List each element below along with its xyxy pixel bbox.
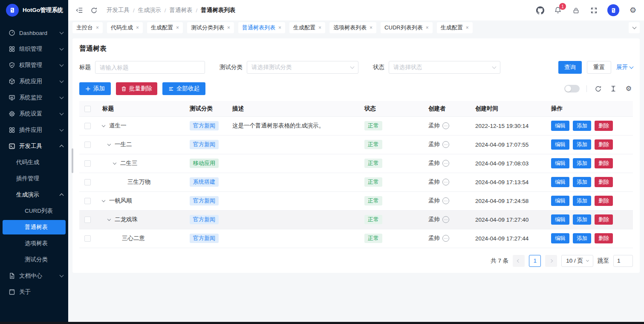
edit-button[interactable]: 编辑 xyxy=(551,196,569,206)
tab-chip[interactable]: 测试分类列表× xyxy=(187,22,234,33)
sidebar-item-settings[interactable]: 系统设置 xyxy=(0,106,68,122)
close-icon[interactable]: × xyxy=(426,25,429,31)
status-filter-select[interactable]: 请选择状态 xyxy=(389,61,500,74)
tab-chip[interactable]: 选项树表列表× xyxy=(329,22,376,33)
sidebar-item-dev-tools[interactable]: 开发工具 xyxy=(0,138,68,154)
sidebar-item-option-tree[interactable]: 选项树表 xyxy=(0,235,68,252)
batch-delete-button[interactable]: 批量删除 xyxy=(116,82,157,95)
delete-button[interactable]: 删除 xyxy=(595,121,613,131)
row-checkbox[interactable] xyxy=(84,198,91,204)
close-icon[interactable]: × xyxy=(227,25,230,31)
creator-more-icon[interactable]: ⋯ xyxy=(442,160,449,167)
page-number-button[interactable]: 1 xyxy=(529,255,541,267)
sidebar-item-about[interactable]: 关于 xyxy=(0,284,68,300)
delete-button[interactable]: 删除 xyxy=(595,177,613,187)
add-child-button[interactable]: 添加 xyxy=(573,177,591,187)
add-child-button[interactable]: 添加 xyxy=(573,139,591,150)
creator-more-icon[interactable]: ⋯ xyxy=(442,141,449,148)
row-checkbox[interactable] xyxy=(84,179,91,185)
close-icon[interactable]: × xyxy=(96,25,99,31)
tree-expand-icon[interactable] xyxy=(102,200,109,202)
sidebar-item-normal-tree[interactable]: 普通树表 xyxy=(3,220,66,234)
lock-icon[interactable] xyxy=(572,6,580,14)
delete-button[interactable]: 删除 xyxy=(595,139,613,150)
next-page-button[interactable] xyxy=(545,255,557,267)
tab-chip[interactable]: 生成配置× xyxy=(289,22,325,33)
creator-more-icon[interactable]: ⋯ xyxy=(442,179,449,185)
close-icon[interactable]: × xyxy=(466,25,469,31)
add-child-button[interactable]: 添加 xyxy=(573,214,591,225)
title-filter-input[interactable] xyxy=(100,64,200,71)
tab-chip[interactable]: 主控台× xyxy=(72,22,103,33)
sidebar-item-system-app[interactable]: 系统应用 xyxy=(0,73,68,90)
edit-button[interactable]: 编辑 xyxy=(551,121,569,131)
row-checkbox[interactable] xyxy=(84,142,91,148)
sidebar-item-org[interactable]: 组织管理 xyxy=(0,41,68,57)
add-child-button[interactable]: 添加 xyxy=(573,158,591,168)
reset-button[interactable]: 重置 xyxy=(587,61,611,74)
close-icon[interactable]: × xyxy=(278,25,281,31)
sidebar-item-doc-center[interactable]: 文档中心 xyxy=(0,268,68,284)
edit-button[interactable]: 编辑 xyxy=(551,139,569,150)
creator-more-icon[interactable]: ⋯ xyxy=(442,122,449,129)
close-icon[interactable]: × xyxy=(136,25,139,31)
table-refresh-icon[interactable] xyxy=(594,84,602,93)
delete-button[interactable]: 删除 xyxy=(595,196,613,206)
add-child-button[interactable]: 添加 xyxy=(573,121,591,131)
creator-more-icon[interactable]: ⋯ xyxy=(442,216,449,223)
sidebar-item-permission[interactable]: 权限管理 xyxy=(0,57,68,73)
category-filter-select[interactable]: 请选择测试分类 xyxy=(247,61,358,74)
tab-chip[interactable]: 生成配置× xyxy=(147,22,183,33)
collapse-sidebar-icon[interactable] xyxy=(75,6,84,14)
sidebar-item-curd-list[interactable]: CURD列表 xyxy=(0,203,68,219)
breadcrumb-item[interactable]: 生成演示 xyxy=(138,6,161,14)
sidebar-item-test-category[interactable]: 测试分类 xyxy=(0,252,68,268)
github-icon[interactable] xyxy=(536,6,544,14)
edit-button[interactable]: 编辑 xyxy=(551,177,569,187)
striped-toggle[interactable] xyxy=(564,85,580,93)
creator-more-icon[interactable]: ⋯ xyxy=(442,235,449,242)
settings-gear-icon[interactable]: ⚙ xyxy=(629,6,637,14)
scrollbar-thumb[interactable] xyxy=(72,148,73,173)
close-icon[interactable]: × xyxy=(318,25,321,31)
tab-chip[interactable]: 代码生成× xyxy=(107,22,143,33)
sidebar-item-plugin-manage[interactable]: 插件管理 xyxy=(0,171,68,187)
breadcrumb-item[interactable]: 普通树表 xyxy=(170,6,193,14)
row-height-icon[interactable] xyxy=(609,84,618,93)
prev-page-button[interactable] xyxy=(513,255,525,267)
sidebar-item-dashboard[interactable]: Dashboard xyxy=(0,25,68,41)
edit-button[interactable]: 编辑 xyxy=(551,158,569,168)
collapse-all-button[interactable]: 全部收起 xyxy=(162,82,205,95)
sidebar-item-code-gen[interactable]: 代码生成 xyxy=(0,154,68,171)
delete-button[interactable]: 删除 xyxy=(595,233,613,243)
tabs-dropdown-button[interactable] xyxy=(629,22,640,33)
breadcrumb-item[interactable]: 开发工具 xyxy=(107,6,130,14)
jump-to-input[interactable] xyxy=(613,255,633,267)
delete-button[interactable]: 删除 xyxy=(595,214,613,225)
add-child-button[interactable]: 添加 xyxy=(573,233,591,243)
close-icon[interactable]: × xyxy=(370,25,373,31)
tab-chip-active[interactable]: 普通树表列表× xyxy=(238,22,285,33)
select-all-checkbox[interactable] xyxy=(84,106,91,112)
row-checkbox[interactable] xyxy=(84,217,91,223)
expand-toggle[interactable]: 展开 xyxy=(616,64,633,71)
edit-button[interactable]: 编辑 xyxy=(551,214,569,225)
tab-chip[interactable]: CUDR列表列表× xyxy=(381,22,433,33)
delete-button[interactable]: 删除 xyxy=(595,158,613,168)
tree-expand-icon[interactable] xyxy=(113,163,120,164)
close-icon[interactable]: × xyxy=(176,25,179,31)
search-button[interactable]: 查询 xyxy=(558,61,582,74)
user-avatar[interactable] xyxy=(607,4,619,16)
tree-expand-icon[interactable] xyxy=(108,219,115,220)
edit-button[interactable]: 编辑 xyxy=(551,233,569,243)
add-child-button[interactable]: 添加 xyxy=(573,196,591,206)
logo[interactable]: HotGo管理系统 xyxy=(0,0,68,20)
sidebar-item-plugin-app[interactable]: 插件应用 xyxy=(0,122,68,138)
creator-more-icon[interactable]: ⋯ xyxy=(442,197,449,204)
row-checkbox[interactable] xyxy=(84,123,91,129)
add-button[interactable]: 添加 xyxy=(79,82,111,95)
tree-expand-icon[interactable] xyxy=(102,125,109,127)
row-checkbox[interactable] xyxy=(84,235,91,242)
row-checkbox[interactable] xyxy=(84,160,91,167)
column-settings-gear-icon[interactable]: ⚙ xyxy=(624,84,633,93)
